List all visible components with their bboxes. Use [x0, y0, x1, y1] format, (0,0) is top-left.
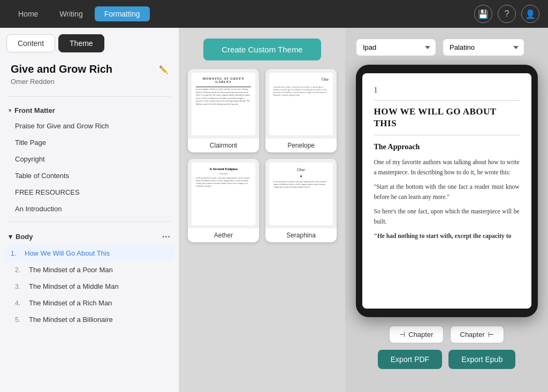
- clairmont-label: Clairmont: [188, 139, 259, 152]
- theme-grid-panel: Create Custom Theme MORNING AT GREEN GAB…: [179, 28, 345, 392]
- chapter-nav: ⊣ Chapter Chapter ⊢: [389, 326, 504, 343]
- help-button[interactable]: ?: [498, 5, 516, 23]
- body-item-5[interactable]: 5. The Mindset of a Billionaire: [0, 311, 179, 328]
- item-num-3: 3.: [15, 283, 26, 290]
- theme-card-preview-clairmont: MORNING AT GREEN GABLES It was a bright …: [188, 69, 259, 139]
- font-select[interactable]: Palatino Georgia Times New Roman Helveti…: [443, 39, 524, 56]
- book-title: Give and Grow Rich: [11, 63, 112, 75]
- next-chapter-icon: ⊢: [488, 330, 494, 339]
- main-layout: Content Theme Give and Grow Rich ✏️ Omer…: [0, 28, 548, 392]
- item-label-3: The Mindset of a Middle Man: [29, 282, 119, 290]
- page-paragraph-1: One of my favorite authors was talking a…: [374, 157, 520, 178]
- user-icon: 👤: [525, 9, 536, 19]
- aether-preview: A Second Enigma Ganymede Lorem ipsum dol…: [192, 163, 256, 225]
- preview-controls: Ipad Iphone Kindle Desktop Palatino Geor…: [356, 39, 537, 56]
- body-item-3[interactable]: 3. The Mindset of a Middle Man: [0, 278, 179, 295]
- top-nav: Home Writing Formatting 💾 ? 👤: [0, 0, 548, 28]
- bottom-controls: ⊣ Chapter Chapter ⊢ Export PDF Export Ep…: [356, 326, 537, 369]
- page-body: The Approach One of my favorite authors …: [374, 141, 520, 241]
- more-options-button[interactable]: ⋯: [162, 232, 170, 242]
- front-matter-label: Front Matter: [14, 106, 55, 114]
- penelope-chapter: One: [322, 77, 329, 82]
- item-num-2: 2.: [15, 266, 26, 274]
- sidebar-item-free-resources[interactable]: FREE RESOURCES: [0, 184, 179, 201]
- prev-chapter-button[interactable]: ⊣ Chapter: [389, 326, 443, 343]
- page-paragraph-4: "He had nothing to start with, except th…: [374, 231, 520, 241]
- help-icon: ?: [505, 9, 509, 19]
- aether-sub: Ganymede: [196, 172, 252, 175]
- sidebar-item-toc[interactable]: Table of Contents: [0, 167, 179, 184]
- seraphina-preview: One ♥ Lorem ipsum dolor sit amet consect…: [269, 163, 333, 225]
- nav-right: 💾 ? 👤: [474, 5, 539, 23]
- save-button[interactable]: 💾: [474, 5, 492, 23]
- item-label-2: The Mindset of a Poor Man: [29, 266, 113, 274]
- theme-card-preview-aether: A Second Enigma Ganymede Lorem ipsum dol…: [188, 159, 259, 228]
- theme-card-preview-penelope: One It was the best of times, it was the…: [265, 69, 337, 139]
- item-label-5: The Mindset of a Billionaire: [29, 316, 113, 324]
- front-matter-header[interactable]: ▾ Front Matter: [0, 101, 179, 118]
- sidebar-item-title-page[interactable]: Title Page: [0, 134, 179, 151]
- create-custom-theme-button[interactable]: Create Custom Theme: [203, 39, 321, 60]
- theme-card-seraphina[interactable]: One ♥ Lorem ipsum dolor sit amet consect…: [265, 159, 337, 242]
- sidebar-item-praise[interactable]: Praise for Give and Grow Rich: [0, 118, 179, 134]
- prev-chapter-label: Chapter: [408, 330, 433, 339]
- book-author: Omer Redden: [11, 78, 168, 86]
- edit-icon[interactable]: ✏️: [159, 65, 168, 74]
- sidebar-item-copyright[interactable]: Copyright: [0, 151, 179, 167]
- divider-1: [9, 96, 170, 97]
- aether-title: A Second Enigma: [196, 167, 252, 171]
- formatting-tab[interactable]: Formatting: [95, 6, 150, 21]
- next-chapter-button[interactable]: Chapter ⊢: [450, 326, 504, 343]
- penelope-preview: One It was the best of times, it was the…: [269, 73, 333, 135]
- seraphina-label: Seraphina: [265, 228, 337, 242]
- page-divider-bottom: [374, 135, 520, 135]
- divider-2: [9, 221, 170, 222]
- book-info: Give and Grow Rich ✏️ Omer Redden: [0, 52, 179, 92]
- content-area: Create Custom Theme MORNING AT GREEN GAB…: [179, 28, 548, 392]
- penelope-text: It was the best of times, it was the wor…: [273, 86, 329, 97]
- home-tab[interactable]: Home: [9, 6, 48, 21]
- user-button[interactable]: 👤: [521, 5, 539, 23]
- save-icon: 💾: [478, 9, 489, 19]
- chevron-down-icon-body: ▾: [9, 233, 12, 241]
- sidebar-item-introduction[interactable]: An Introduction: [0, 201, 179, 217]
- item-num-1: 1.: [11, 250, 21, 257]
- device-select[interactable]: Ipad Iphone Kindle Desktop: [356, 39, 436, 56]
- item-num-5: 5.: [15, 316, 26, 324]
- export-pdf-button[interactable]: Export PDF: [378, 350, 442, 369]
- body-item-4[interactable]: 4. The Mindset of a Rich Man: [0, 295, 179, 311]
- seraphina-heart-icon: ♥: [300, 174, 302, 179]
- chevron-down-icon: ▾: [9, 107, 11, 113]
- device-screen: 1 How We Will Go About This The Approach…: [362, 73, 531, 309]
- body-header[interactable]: ▾ Body ⋯: [0, 226, 179, 245]
- theme-card-clairmont[interactable]: MORNING AT GREEN GABLES It was a bright …: [188, 69, 259, 152]
- page-chapter-num: 1: [374, 86, 520, 95]
- theme-card-aether[interactable]: A Second Enigma Ganymede Lorem ipsum dol…: [188, 159, 259, 242]
- clairmont-text: It was a bright cold day in April, and t…: [196, 88, 252, 106]
- body-item-2[interactable]: 2. The Mindset of a Poor Man: [0, 262, 179, 278]
- device-frame: 1 How We Will Go About This The Approach…: [356, 65, 538, 317]
- theme-panel: Create Custom Theme MORNING AT GREEN GAB…: [179, 28, 548, 392]
- item-label-4: The Mindset of a Rich Man: [29, 299, 112, 307]
- clairmont-site-name: MORNING AT GREEN GABLES: [196, 77, 252, 83]
- seraphina-chapter: One: [297, 167, 305, 172]
- writing-tab[interactable]: Writing: [50, 6, 92, 21]
- body-item-1[interactable]: 1. How We Will Go About This: [4, 245, 174, 262]
- prev-chapter-icon: ⊣: [399, 330, 405, 339]
- sidebar-tabs: Content Theme: [0, 28, 179, 52]
- theme-card-penelope[interactable]: One It was the best of times, it was the…: [265, 69, 337, 152]
- page-paragraph-3: So here's the one fact, upon which the m…: [374, 206, 520, 227]
- page-divider-top: [374, 100, 520, 101]
- content-tab[interactable]: Content: [6, 34, 55, 52]
- theme-tab[interactable]: Theme: [58, 34, 104, 52]
- item-num-4: 4.: [15, 299, 26, 307]
- book-page: 1 How We Will Go About This The Approach…: [362, 73, 531, 309]
- item-label-1: How We Will Go About This: [25, 249, 110, 257]
- seraphina-text: Lorem ipsum dolor sit amet consectetur a…: [273, 181, 329, 189]
- sidebar: Content Theme Give and Grow Rich ✏️ Omer…: [0, 28, 179, 392]
- body-label: Body: [16, 233, 33, 241]
- theme-card-preview-seraphina: One ♥ Lorem ipsum dolor sit amet consect…: [265, 159, 337, 228]
- clairmont-line-1: [196, 87, 252, 87]
- export-epub-button[interactable]: Export Epub: [448, 350, 515, 369]
- page-chapter-title: How We Will Go About This: [374, 106, 520, 129]
